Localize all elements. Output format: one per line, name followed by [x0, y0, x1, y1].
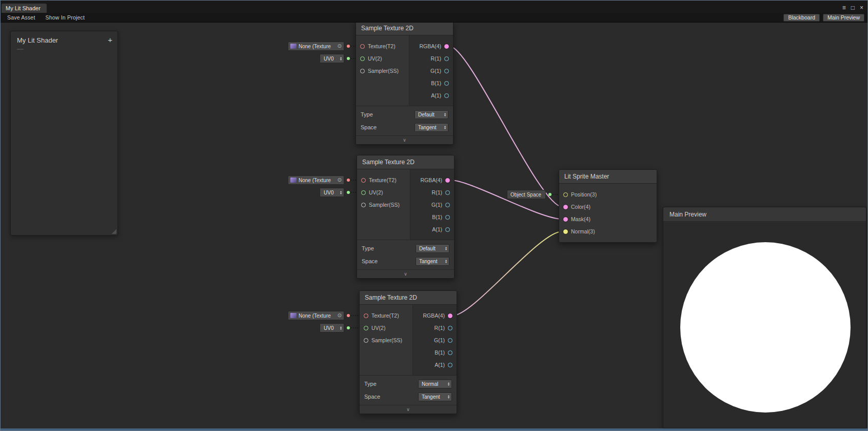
main-preview-panel[interactable]: Main Preview — [663, 207, 866, 428]
output-port-r[interactable]: R(1) — [410, 186, 454, 199]
node-title[interactable]: Sample Texture 2D — [356, 22, 453, 35]
input-port-position[interactable]: Position(3) — [559, 188, 657, 201]
save-asset-button[interactable]: Save Asset — [4, 13, 39, 22]
input-port-mask[interactable]: Mask(4) — [559, 213, 657, 225]
uv-channel-dropdown[interactable]: UV0 ▴▾ — [320, 323, 344, 332]
blackboard-resize-grip[interactable] — [111, 228, 116, 234]
sample-texture-2d-node-2[interactable]: Sample Texture 2D Texture(T2) UV(2) Samp… — [357, 155, 455, 279]
add-property-button[interactable]: + — [108, 36, 112, 44]
output-port-a[interactable]: A(1) — [410, 223, 454, 236]
output-port-b[interactable]: B(1) — [409, 77, 453, 89]
input-port-uv[interactable]: UV(2) — [360, 322, 412, 334]
node-title[interactable]: Sample Texture 2D — [360, 291, 457, 305]
show-in-project-button[interactable]: Show In Project — [42, 13, 89, 22]
texture-port-icon[interactable] — [364, 314, 368, 318]
input-port-texture[interactable]: Texture(T2) — [356, 40, 409, 52]
rgba-port-icon[interactable] — [445, 178, 450, 183]
normal-port-icon[interactable] — [563, 229, 568, 234]
collapse-chevron-button[interactable]: ∨ — [360, 405, 457, 414]
position-space-widget[interactable]: Object Space — [507, 190, 546, 199]
rgba-port-icon[interactable] — [444, 44, 449, 49]
output-port-b[interactable]: B(1) — [410, 211, 454, 223]
input-port-texture[interactable]: Texture(T2) — [357, 174, 410, 186]
object-picker-icon[interactable]: ⊙ — [338, 178, 342, 183]
r-port-icon[interactable] — [448, 326, 452, 330]
window-tab[interactable]: My Lit Shader — [2, 4, 47, 13]
lit-sprite-master-node[interactable]: Lit Sprite Master Position(3) Color(4) M… — [559, 169, 657, 243]
sampler-port-icon[interactable] — [361, 203, 366, 207]
input-port-texture[interactable]: Texture(T2) — [360, 309, 412, 322]
uv-channel-dropdown[interactable]: UV0 ▴▾ — [320, 188, 344, 197]
input-port-sampler[interactable]: Sampler(SS) — [356, 65, 409, 77]
b-port-icon[interactable] — [444, 81, 449, 86]
main-preview-toggle-button[interactable]: Main Preview — [823, 14, 864, 22]
space-dropdown[interactable]: Tangent ▴▾ — [418, 393, 452, 401]
object-picker-icon[interactable]: ⊙ — [338, 44, 342, 49]
r-port-icon[interactable] — [444, 56, 449, 61]
texture-object-field[interactable]: None (Texture ⊙ — [288, 42, 344, 51]
type-dropdown[interactable]: Default ▴▾ — [415, 110, 448, 119]
output-port-g[interactable]: G(1) — [410, 199, 454, 211]
color-port-icon[interactable] — [563, 205, 568, 209]
output-port-a[interactable]: A(1) — [409, 89, 453, 102]
object-picker-icon[interactable]: ⊙ — [338, 313, 342, 318]
texture-field-value: None (Texture — [299, 313, 336, 319]
preview-viewport[interactable] — [663, 222, 866, 428]
rgba-port-icon[interactable] — [448, 314, 452, 318]
output-port-g[interactable]: G(1) — [409, 65, 453, 77]
input-port-normal[interactable]: Normal(3) — [559, 225, 657, 238]
output-port-rgba[interactable]: RGBA(4) — [410, 174, 454, 186]
texture-port-icon[interactable] — [360, 44, 365, 49]
input-port-sampler[interactable]: Sampler(SS) — [357, 199, 410, 211]
g-port-icon[interactable] — [448, 338, 452, 343]
a-port-icon[interactable] — [444, 93, 449, 98]
input-port-sampler[interactable]: Sampler(SS) — [360, 334, 412, 346]
sampler-port-icon[interactable] — [364, 338, 368, 343]
a-port-icon[interactable] — [445, 227, 450, 232]
texture-object-field[interactable]: None (Texture ⊙ — [288, 175, 344, 185]
preview-title[interactable]: Main Preview — [663, 207, 866, 222]
sampler-port-icon[interactable] — [360, 69, 365, 73]
g-port-icon[interactable] — [445, 203, 450, 207]
space-dropdown[interactable]: Tangent ▴▾ — [416, 257, 449, 266]
sample-texture-2d-node-1[interactable]: Sample Texture 2D Texture(T2) UV(2) Samp… — [356, 21, 453, 145]
node-title[interactable]: Sample Texture 2D — [357, 155, 454, 169]
output-port-g[interactable]: G(1) — [413, 334, 457, 346]
space-dropdown[interactable]: Tangent ▴▾ — [415, 123, 448, 132]
window-maximize-icon[interactable]: □ — [851, 5, 855, 11]
blackboard-panel[interactable]: My Lit Shader + — [10, 31, 118, 236]
texture-object-field[interactable]: None (Texture ⊙ — [288, 311, 344, 320]
g-port-icon[interactable] — [444, 69, 449, 73]
output-port-b[interactable]: B(1) — [413, 346, 457, 359]
uv-port-icon[interactable] — [360, 56, 365, 61]
uv-port-icon[interactable] — [361, 190, 366, 195]
texture-port-icon[interactable] — [361, 178, 366, 183]
position-port-icon[interactable] — [563, 192, 568, 197]
output-port-r[interactable]: R(1) — [409, 52, 453, 65]
window-resize-edge[interactable] — [1, 428, 867, 430]
input-port-color[interactable]: Color(4) — [559, 201, 657, 213]
b-port-icon[interactable] — [445, 215, 450, 220]
mask-port-icon[interactable] — [563, 217, 568, 222]
window-close-icon[interactable]: × — [860, 5, 863, 11]
dropdown-value: Tangent — [422, 394, 440, 400]
output-port-rgba[interactable]: RGBA(4) — [413, 309, 457, 322]
b-port-icon[interactable] — [448, 350, 452, 355]
uv-port-icon[interactable] — [364, 326, 368, 330]
uv-channel-dropdown[interactable]: UV0 ▴▾ — [320, 54, 344, 63]
blackboard-toggle-button[interactable]: Blackboard — [783, 14, 820, 22]
output-port-a[interactable]: A(1) — [413, 359, 457, 371]
input-port-uv[interactable]: UV(2) — [357, 186, 410, 199]
input-port-uv[interactable]: UV(2) — [356, 52, 409, 65]
r-port-icon[interactable] — [445, 190, 450, 195]
node-title[interactable]: Lit Sprite Master — [559, 170, 657, 184]
collapse-chevron-button[interactable]: ∨ — [357, 269, 454, 278]
sample-texture-2d-node-3[interactable]: Sample Texture 2D Texture(T2) UV(2) Samp… — [359, 290, 457, 414]
output-port-rgba[interactable]: RGBA(4) — [409, 40, 453, 52]
type-dropdown[interactable]: Default ▴▾ — [416, 244, 449, 253]
output-port-r[interactable]: R(1) — [413, 322, 457, 334]
collapse-chevron-button[interactable]: ∨ — [356, 135, 453, 144]
window-menu-icon[interactable]: ≡ — [842, 5, 846, 11]
type-dropdown[interactable]: Normal ▴▾ — [418, 380, 452, 388]
a-port-icon[interactable] — [448, 363, 452, 367]
